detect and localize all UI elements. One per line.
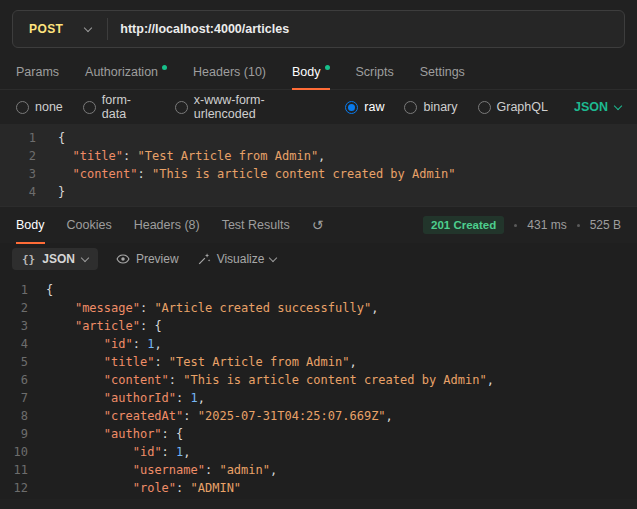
- language-label: JSON: [574, 100, 608, 114]
- code-line: 12 "role": "ADMIN": [0, 479, 637, 497]
- code-line: 9 "author": {: [0, 425, 637, 443]
- tab-body[interactable]: Body: [292, 56, 330, 90]
- radio-x-www-form-urlencoded[interactable]: x-www-form-urlencoded: [175, 93, 326, 121]
- line-number: 7: [0, 389, 46, 407]
- code-line: 10 "id": 1,: [0, 443, 637, 461]
- code-text: "content": "This is article content crea…: [58, 165, 455, 183]
- tab-test-results[interactable]: Test Results: [222, 207, 290, 244]
- tab-response-body[interactable]: Body: [16, 207, 45, 244]
- response-time: 431 ms: [527, 218, 566, 232]
- radio-raw[interactable]: raw: [345, 100, 384, 114]
- tab-label: Params: [16, 65, 59, 79]
- history-icon[interactable]: ↺: [312, 207, 324, 243]
- radio-icon: [404, 101, 417, 114]
- tab-label: Cookies: [67, 218, 112, 232]
- line-number: 8: [0, 407, 46, 425]
- line-number: 5: [0, 353, 46, 371]
- code-text: }: [58, 183, 65, 201]
- radio-none[interactable]: none: [16, 100, 63, 114]
- tab-label: Headers (8): [134, 218, 200, 232]
- line-number: 2: [0, 299, 46, 317]
- body-type-selector: none form-data x-www-form-urlencoded raw…: [0, 90, 637, 124]
- code-text: {: [46, 281, 53, 299]
- tab-scripts[interactable]: Scripts: [356, 56, 394, 90]
- url-input[interactable]: [108, 22, 624, 36]
- tab-params[interactable]: Params: [16, 56, 59, 90]
- radio-label: binary: [423, 100, 457, 114]
- line-number: 9: [0, 425, 46, 443]
- eye-icon: [116, 252, 130, 266]
- code-line: 3 "article": {: [0, 317, 637, 335]
- tab-headers[interactable]: Headers (10): [193, 56, 266, 90]
- chevron-down-icon: [614, 101, 622, 109]
- chevron-down-icon: [81, 253, 89, 261]
- tab-label: Authorization: [85, 65, 158, 79]
- line-number: 12: [0, 479, 46, 497]
- response-meta: 201 Created 431 ms 525 B: [423, 207, 621, 243]
- radio-binary[interactable]: binary: [404, 100, 457, 114]
- curly-braces-icon: {}: [22, 253, 35, 266]
- radio-graphql[interactable]: GraphQL: [478, 100, 548, 114]
- green-dot: [162, 65, 167, 70]
- visualize-label: Visualize: [217, 252, 265, 266]
- chevron-down-icon: [269, 253, 277, 261]
- code-text: "role": "ADMIN": [46, 479, 241, 497]
- code-text: "article": {: [46, 317, 162, 335]
- tab-label: Settings: [420, 65, 465, 79]
- response-size: 525 B: [590, 218, 621, 232]
- request-body-editor[interactable]: 1{2 "title": "Test Article from Admin",3…: [0, 124, 637, 207]
- separator-dot: [514, 224, 517, 227]
- tab-authorization[interactable]: Authorization: [85, 56, 167, 90]
- tab-response-headers[interactable]: Headers (8): [134, 207, 200, 244]
- tab-label: Headers (10): [193, 65, 266, 79]
- tab-label: Scripts: [356, 65, 394, 79]
- radio-label: x-www-form-urlencoded: [194, 93, 326, 121]
- format-label: JSON: [42, 252, 75, 266]
- line-number: 3: [0, 165, 58, 183]
- code-text: "title": "Test Article from Admin",: [58, 147, 325, 165]
- method-label: POST: [29, 22, 63, 36]
- line-number: 1: [0, 129, 58, 147]
- raw-language-dropdown[interactable]: JSON: [574, 100, 621, 114]
- code-line: 1{: [0, 129, 637, 147]
- radio-icon: [175, 101, 188, 114]
- code-line: 4}: [0, 183, 637, 201]
- code-text: "id": 1,: [46, 443, 191, 461]
- code-text: "authorId": 1,: [46, 389, 205, 407]
- code-line: 6 "content": "This is article content cr…: [0, 371, 637, 389]
- code-text: "message": "Article created successfully…: [46, 299, 378, 317]
- radio-form-data[interactable]: form-data: [83, 93, 155, 121]
- tab-cookies[interactable]: Cookies: [67, 207, 112, 244]
- response-format-dropdown[interactable]: {} JSON: [12, 248, 98, 270]
- code-text: "content": "This is article content crea…: [46, 371, 494, 389]
- tab-settings[interactable]: Settings: [420, 56, 465, 90]
- radio-selected-icon: [345, 101, 358, 114]
- radio-label: form-data: [102, 93, 155, 121]
- status-badge: 201 Created: [423, 216, 504, 234]
- radio-icon: [16, 101, 29, 114]
- code-text: "title": "Test Article from Admin",: [46, 353, 357, 371]
- code-line: 4 "id": 1,: [0, 335, 637, 353]
- line-number: 10: [0, 443, 46, 461]
- code-line: 11 "username": "admin",: [0, 461, 637, 479]
- code-line: 5 "title": "Test Article from Admin",: [0, 353, 637, 371]
- separator-dot: [577, 224, 580, 227]
- preview-label: Preview: [136, 252, 179, 266]
- method-dropdown[interactable]: POST: [13, 11, 107, 47]
- request-editor-code: 1{2 "title": "Test Article from Admin",3…: [0, 129, 637, 201]
- line-number: 1: [0, 281, 46, 299]
- tab-label: Body: [292, 65, 321, 79]
- code-text: "author": {: [46, 425, 183, 443]
- chevron-down-icon: [84, 23, 92, 31]
- visualize-button[interactable]: Visualize: [197, 252, 277, 266]
- line-number: 4: [0, 335, 46, 353]
- radio-icon: [478, 101, 491, 114]
- visualize-icon: [197, 252, 211, 266]
- preview-button[interactable]: Preview: [116, 252, 179, 266]
- radio-label: raw: [364, 100, 384, 114]
- response-body-viewer[interactable]: 1{2 "message": "Article created successf…: [0, 276, 637, 499]
- response-section-header: Body Cookies Headers (8) Test Results ↺ …: [0, 207, 637, 243]
- line-number: 6: [0, 371, 46, 389]
- radio-label: none: [35, 100, 63, 114]
- code-text: "id": 1,: [46, 335, 162, 353]
